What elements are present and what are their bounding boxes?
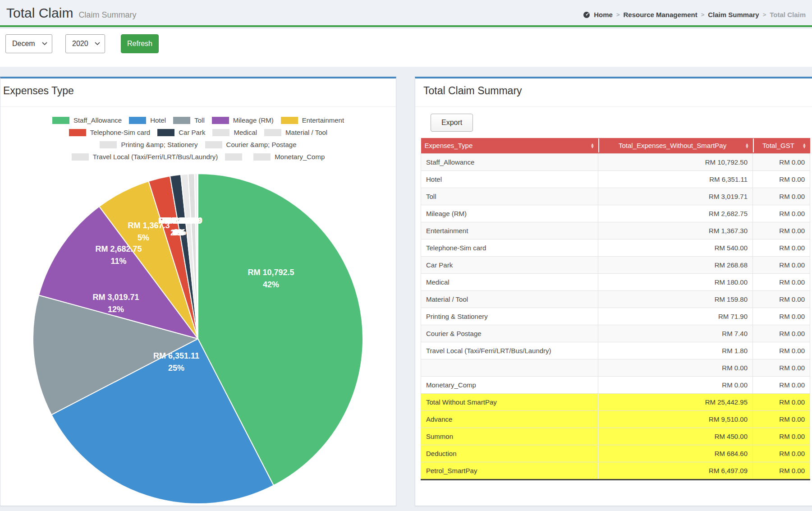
- legend-item[interactable]: Telephone-Sim card: [69, 129, 150, 136]
- legend-item[interactable]: Hotel: [129, 116, 166, 124]
- gst-amount-cell: RM 0.00: [753, 325, 810, 342]
- expense-type-cell: Printing & Stationery: [421, 308, 598, 325]
- dashboard-icon: [583, 11, 590, 18]
- year-select-value: 2020: [72, 40, 88, 48]
- claim-summary-table: Expenses_Type▲▼Total_Expenses_Without_Sm…: [421, 138, 810, 480]
- year-select[interactable]: 2020: [65, 34, 105, 53]
- chart-legend: Staff_AllowanceHotelTollMileage (RM)Ente…: [0, 116, 396, 161]
- legend-swatch-icon: [281, 117, 298, 124]
- sort-icon[interactable]: ▲▼: [745, 143, 749, 148]
- gst-amount-cell: RM 0.00: [753, 410, 810, 428]
- gst-amount-cell: RM 0.00: [753, 308, 810, 325]
- table-row: MedicalRM 180.00RM 0.00: [421, 273, 810, 290]
- breadcrumb-home[interactable]: Home: [594, 11, 613, 18]
- legend-swatch-icon: [212, 129, 229, 136]
- breadcrumb-separator: >: [763, 11, 766, 18]
- expenses-amount-cell: RM 0.00: [598, 376, 753, 393]
- legend-label: Monetary_Comp: [275, 153, 325, 161]
- expense-type-cell: Petrol_SmartPay: [421, 462, 598, 479]
- export-button[interactable]: Export: [431, 114, 473, 132]
- expense-type-cell: Entertainment: [421, 222, 598, 239]
- gst-amount-cell: RM 0.00: [753, 445, 810, 462]
- legend-row: Staff_AllowanceHotelTollMileage (RM)Ente…: [0, 116, 396, 124]
- expenses-amount-cell: RM 1,367.30: [598, 222, 753, 239]
- legend-item[interactable]: [225, 153, 246, 161]
- legend-swatch-icon: [72, 153, 89, 161]
- breadcrumb-separator: >: [616, 11, 620, 18]
- legend-label: Mileage (RM): [233, 116, 274, 124]
- legend-item[interactable]: Medical: [212, 129, 257, 136]
- legend-swatch-icon: [205, 141, 222, 148]
- gst-amount-cell: RM 0.00: [753, 290, 810, 308]
- expenses-amount-cell: RM 3,019.71: [598, 188, 753, 205]
- claim-summary-title: Total Claim Summary: [423, 85, 522, 97]
- column-header-label: Total_Expenses_Without_SmartPay: [603, 142, 743, 149]
- expenses-amount-cell: RM 9,510.00: [598, 410, 753, 428]
- expense-type-cell: Material / Tool: [421, 290, 598, 308]
- legend-item[interactable]: Entertainment: [281, 116, 344, 124]
- legend-item[interactable]: Staff_Allowance: [52, 116, 122, 124]
- expenses-pie-chart[interactable]: RM 10,792.542%RM 6,351.1125%RM 3,019.711…: [0, 171, 397, 507]
- expense-type-cell: Telephone-Sim card: [421, 239, 598, 256]
- column-header-total_gst[interactable]: Total_GST▲▼: [753, 138, 810, 153]
- table-row: Staff_AllowanceRM 10,792.50RM 0.00: [421, 153, 810, 170]
- expenses-amount-cell: RM 540.00: [598, 239, 753, 256]
- expenses-amount-cell: RM 2,682.75: [598, 205, 753, 222]
- legend-label: Car Park: [179, 129, 205, 136]
- expenses-amount-cell: RM 159.80: [598, 290, 753, 308]
- breadcrumb: Home > Resource Management > Claim Summa…: [583, 11, 806, 18]
- gst-amount-cell: RM 0.00: [753, 205, 810, 222]
- legend-item[interactable]: Toll: [173, 116, 205, 124]
- claim-summary-panel: Total Claim Summary Export Expenses_Type…: [415, 77, 812, 506]
- refresh-button[interactable]: Refresh: [121, 34, 159, 53]
- gst-amount-cell: RM 0.00: [753, 239, 810, 256]
- legend-item[interactable]: Car Park: [157, 129, 205, 136]
- month-select[interactable]: Decem: [5, 34, 52, 53]
- legend-item[interactable]: Courier &amp; Postage: [205, 141, 297, 148]
- pie-slice-label: RM 3,019.71: [92, 293, 139, 302]
- table-row: Monetary_CompRM 0.00RM 0.00: [421, 376, 810, 393]
- column-header-expenses_type[interactable]: Expenses_Type▲▼: [421, 138, 598, 153]
- pie-slice-label: 42%: [263, 280, 279, 289]
- column-header-label: Total_GST: [757, 142, 800, 149]
- table-row-summary: AdvanceRM 9,510.00RM 0.00: [421, 410, 810, 428]
- table-row: TollRM 3,019.71RM 0.00: [421, 188, 810, 205]
- legend-label: Material / Tool: [285, 129, 327, 136]
- legend-item[interactable]: Printing &amp; Stationery: [100, 141, 197, 148]
- column-header-total_expenses_without_smartpay[interactable]: Total_Expenses_Without_SmartPay▲▼: [598, 138, 753, 153]
- expense-type-cell: Advance: [421, 410, 598, 428]
- legend-label: Medical: [234, 129, 257, 136]
- legend-label: Hotel: [150, 116, 166, 124]
- expenses-amount-cell: RM 6,497.09: [598, 462, 753, 479]
- sort-icon[interactable]: ▲▼: [591, 143, 595, 148]
- legend-item[interactable]: Monetary_Comp: [253, 153, 325, 161]
- expenses-amount-cell: RM 450.00: [598, 428, 753, 445]
- legend-item[interactable]: Travel Local (Taxi/Ferri/LRT/Bus/Laundry…: [72, 153, 218, 161]
- expense-type-cell: Travel Local (Taxi/Ferri/LRT/Bus/Laundry…: [421, 342, 598, 359]
- expense-type-cell: Toll: [421, 188, 598, 205]
- table-row: Courier & PostageRM 7.40RM 0.00: [421, 325, 810, 342]
- gst-amount-cell: RM 0.00: [753, 342, 810, 359]
- expenses-amount-cell: RM 268.68: [598, 256, 753, 273]
- pie-slice-label: 25%: [168, 364, 184, 373]
- gst-amount-cell: RM 0.00: [753, 462, 810, 479]
- breadcrumb-resource-management[interactable]: Resource Management: [623, 11, 697, 18]
- legend-label: Staff_Allowance: [73, 116, 122, 124]
- breadcrumb-claim-summary[interactable]: Claim Summary: [708, 11, 759, 18]
- sort-icon[interactable]: ▲▼: [803, 143, 807, 148]
- legend-item[interactable]: Material / Tool: [264, 129, 327, 136]
- legend-swatch-icon: [129, 117, 146, 124]
- legend-label: Travel Local (Taxi/Ferri/LRT/Bus/Laundry…: [93, 153, 218, 161]
- legend-swatch-icon: [69, 129, 86, 136]
- legend-item[interactable]: Mileage (RM): [212, 116, 274, 124]
- table-row: Mileage (RM)RM 2,682.75RM 0.00: [421, 205, 810, 222]
- expenses-amount-cell: RM 71.90: [598, 308, 753, 325]
- pie-slice-label: 11%: [110, 257, 126, 266]
- legend-row: Printing &amp; StationeryCourier &amp; P…: [0, 141, 396, 148]
- table-row: RM 0.00RM 0.00: [421, 359, 810, 376]
- expenses-amount-cell: RM 0.00: [598, 359, 753, 376]
- expenses-amount-cell: RM 1.80: [598, 342, 753, 359]
- panel-divider: [0, 106, 396, 107]
- page-subtitle: Claim Summary: [78, 10, 136, 20]
- expenses-amount-cell: RM 25,442.95: [598, 393, 753, 410]
